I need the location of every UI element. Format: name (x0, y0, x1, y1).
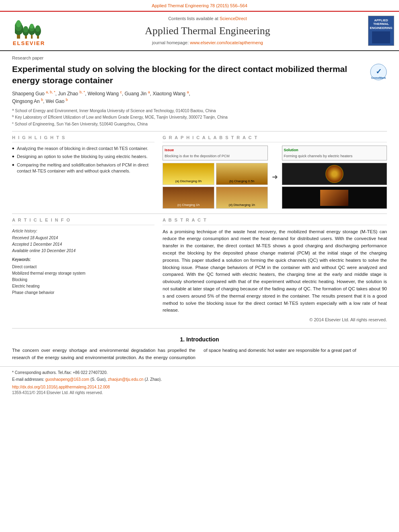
journal-homepage: journal homepage: www.elsevier.com/locat… (53, 40, 362, 46)
header-right: APPLIEDTHERMALENGINEERING (362, 16, 394, 46)
highlights-graphical-row: H I G H L I G H T S Analyzing the reason… (12, 135, 387, 209)
abstract-text: As a promising technique of the waste he… (162, 228, 387, 324)
doi-line: http://dx.doi.org/10.1016/j.applthermale… (12, 384, 387, 390)
ga-diagram-grid: (a) Discharging 0h (b) Charging 0.5h (c)… (162, 163, 267, 209)
doi-link[interactable]: http://dx.doi.org/10.1016/j.applthermale… (12, 385, 110, 389)
ga-solution-box: Solution Forming quick channels by elect… (282, 146, 387, 160)
ga-solution-desc: Forming quick channels by electric heate… (284, 154, 385, 159)
introduction-section: 1. Introduction The concern over energy … (0, 336, 399, 361)
abstract-label: A B S T R A C T (162, 217, 387, 225)
ga-photo-2 (282, 187, 387, 209)
highlight-item-2: Designing an option to solve the blockin… (12, 154, 154, 160)
ga-arrow: ➜ (272, 146, 278, 209)
received-row: Received 18 August 2014 (12, 235, 154, 241)
email-note: E-mail addresses: guoshaopeng@163.com (S… (12, 377, 387, 382)
highlights-col: H I G H L I G H T S Analyzing the reason… (12, 135, 154, 209)
info-abstract-row: A R T I C L E I N F O Article history: R… (12, 217, 387, 323)
article-info-col: A R T I C L E I N F O Article history: R… (12, 217, 154, 323)
issn-line: 1359-4311/© 2014 Elsevier Ltd. All right… (12, 390, 387, 396)
article-history-title: Article history: (12, 228, 154, 234)
thumbnail-title: APPLIEDTHERMALENGINEERING (370, 18, 393, 30)
svg-text:✓: ✓ (376, 68, 382, 76)
ga-cell-b-label: (b) Charging 0.5h (229, 179, 254, 183)
accepted-row: Accepted 1 December 2014 (12, 242, 154, 247)
abstract-copyright: © 2014 Elsevier Ltd. All rights reserved… (162, 316, 387, 323)
ga-solution-title: Solution (284, 148, 385, 153)
graphical-abstract-col: G R A P H I C A L A B S T R A C T Issue … (162, 135, 387, 209)
article-footer: * Corresponding authors. Tel./fax: +86 0… (0, 366, 399, 399)
affil-c: c School of Engineering, Sun Yat-Sen Uni… (12, 122, 148, 126)
ga-cell-a-label: (a) Discharging 0h (175, 179, 202, 183)
corresponding-note: * Corresponding authors. Tel./fax: +86 0… (12, 370, 387, 376)
divider-1 (12, 131, 387, 131)
elsevier-brand-text: ELSEVIER (13, 40, 45, 47)
journal-ref-link[interactable]: Applied Thermal Engineering 78 (2015) 55… (152, 3, 247, 8)
crossmark-icon: ✓ CrossMark (370, 64, 387, 80)
article-area: Research paper Experimental study on sol… (0, 51, 399, 336)
svg-point-3 (16, 20, 21, 27)
ga-issue-desc: Blocking is due to the deposition of PCM (165, 154, 265, 159)
article-history-block: Article history: Received 18 August 2014… (12, 228, 154, 254)
intro-heading: 1. Introduction (12, 336, 387, 344)
thumbnail-graphic (372, 31, 390, 43)
top-bar: Applied Thermal Engineering 78 (2015) 55… (0, 0, 399, 12)
header-center: Contents lists available at ScienceDirec… (53, 16, 362, 46)
authors: Shaopeng Guo a, b, *, Jun Zhao b, *, Wei… (12, 90, 387, 105)
header-left: ELSEVIER (5, 15, 53, 47)
email2-link[interactable]: zhaojun@tju.edu.cn (108, 377, 144, 382)
svg-point-13 (35, 25, 40, 32)
ga-left: Issue Blocking is due to the deposition … (162, 146, 267, 209)
keywords-block: Keywords: Direct contact Mobilized therm… (12, 257, 154, 296)
ga-photo-1 (282, 163, 387, 185)
journal-thumbnail: APPLIEDTHERMALENGINEERING (368, 16, 394, 46)
highlights-list: Analyzing the reason of blocking in dire… (12, 146, 154, 175)
journal-header: ELSEVIER Contents lists available at Sci… (0, 12, 399, 51)
ga-issue-box: Issue Blocking is due to the deposition … (162, 146, 267, 160)
page: Applied Thermal Engineering 78 (2015) 55… (0, 0, 399, 532)
affil-a: a School of Energy and Environment, Inne… (12, 109, 216, 113)
divider-3 (12, 328, 387, 329)
email1-link[interactable]: guoshaopeng@163.com (45, 377, 89, 382)
article-title-row: Experimental study on solving the blocki… (12, 64, 387, 86)
ga-photo-rect (320, 190, 348, 206)
svg-point-6 (23, 26, 28, 33)
authors-text: Shaopeng Guo a, b, *, Jun Zhao b, *, Wei… (12, 91, 190, 104)
available-row: Available online 10 December 2014 (12, 248, 154, 254)
ga-cell-c: (c) Charging 1h (162, 187, 214, 209)
ga-cell-d: (d) Discharging 1h (216, 187, 268, 209)
ga-cell-b: (b) Charging 0.5h (216, 163, 268, 185)
ga-issue-title: Issue (165, 148, 265, 153)
elsevier-tree-icon (15, 15, 43, 39)
article-title-text: Experimental study on solving the blocki… (12, 64, 365, 86)
ga-photos (282, 163, 387, 209)
intro-para: The concern over energy shortage and env… (12, 347, 387, 362)
highlight-item-1: Analyzing the reason of blocking in dire… (12, 146, 154, 152)
highlight-item-3: Comparing the melting and solidification… (12, 162, 154, 175)
ga-photo-circle (325, 165, 343, 183)
sciencedirect-link[interactable]: ScienceDirect (220, 16, 247, 21)
elsevier-logo: ELSEVIER (5, 15, 53, 47)
intro-text: The concern over energy shortage and env… (12, 347, 387, 362)
journal-title: Applied Thermal Engineering (53, 24, 362, 38)
ga-cell-a: (a) Discharging 0h (162, 163, 214, 185)
sciencedirect-text: Contents lists available at ScienceDirec… (53, 16, 362, 22)
abstract-col: A B S T R A C T As a promising technique… (162, 217, 387, 323)
ga-cell-d-label: (d) Discharging 1h (229, 203, 255, 207)
keywords-list: Direct contact Mobilized thermal energy … (12, 264, 154, 296)
svg-point-10 (30, 24, 34, 29)
svg-text:CrossMark: CrossMark (371, 76, 386, 79)
divider-2 (12, 214, 387, 214)
highlights-label: H I G H L I G H T S (12, 135, 154, 142)
article-info-label: A R T I C L E I N F O (12, 217, 154, 225)
article-type: Research paper (12, 55, 387, 61)
ga-right: Solution Forming quick channels by elect… (282, 146, 387, 209)
homepage-link[interactable]: www.elsevier.com/locate/apthermeng (190, 40, 263, 45)
affil-b: b Key Laboratory of Efficient Utilizatio… (12, 115, 228, 119)
ga-cell-c-label: (c) Charging 1h (177, 203, 200, 207)
affiliations: a School of Energy and Environment, Inne… (12, 107, 387, 127)
graphical-abstract-label: G R A P H I C A L A B S T R A C T (162, 135, 387, 142)
graphical-abstract-content: Issue Blocking is due to the deposition … (162, 146, 387, 209)
keywords-title: Keywords: (12, 257, 154, 263)
